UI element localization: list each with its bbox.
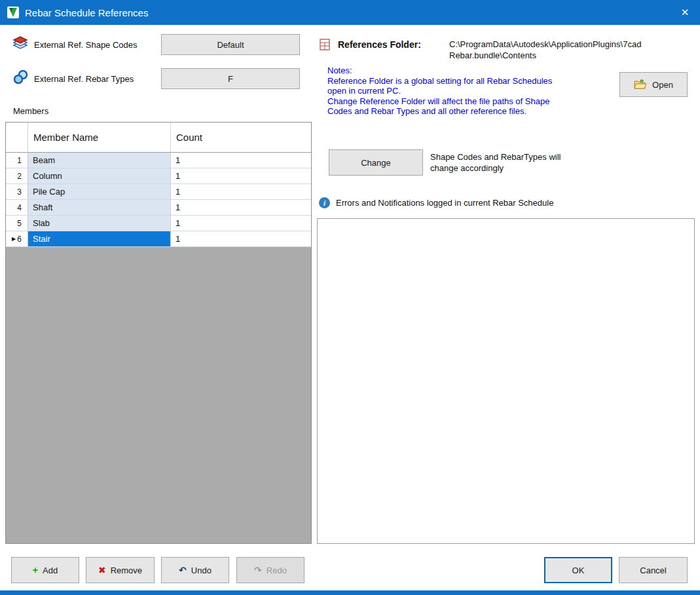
- app-icon: [7, 6, 20, 19]
- count-cell[interactable]: 1: [171, 184, 311, 199]
- redo-button: ↷ Redo: [236, 557, 304, 583]
- ok-button[interactable]: OK: [544, 557, 612, 583]
- row-marker-icon: ▶: [12, 236, 16, 242]
- log-label: Errors and Notifications logged in curre…: [336, 198, 553, 208]
- count-cell[interactable]: 1: [171, 231, 311, 246]
- table-row[interactable]: ▶3 Pile Cap 1: [6, 184, 311, 200]
- redo-icon: ↷: [254, 565, 262, 575]
- open-button-label: Open: [652, 80, 673, 90]
- shape-codes-icon: [12, 36, 29, 50]
- rebar-types-button-label: F: [228, 74, 233, 84]
- table-row[interactable]: ▶1 Beam 1: [6, 153, 311, 168]
- member-name-cell[interactable]: Slab: [28, 216, 171, 231]
- row-number: 3: [17, 187, 22, 197]
- member-name-cell[interactable]: Beam: [28, 153, 171, 168]
- open-button[interactable]: Open: [619, 72, 688, 97]
- change-note-text: Shape Codes and RebarTypes will change a…: [430, 151, 591, 174]
- log-label-row: i Errors and Notifications logged in cur…: [319, 197, 553, 208]
- notes-line-1: Reference Folder is a global setting for…: [327, 76, 558, 96]
- cancel-button-label: Cancel: [640, 566, 666, 575]
- cancel-button[interactable]: Cancel: [619, 557, 688, 583]
- page-title: Rebar Schedule References: [25, 7, 148, 18]
- rebar-schedule-references-dialog: Rebar Schedule References ✕ External Ref…: [0, 0, 700, 595]
- undo-button-label: Undo: [191, 566, 212, 575]
- column-header-count[interactable]: Count: [171, 123, 311, 152]
- references-folder-icon: [320, 39, 331, 50]
- count-cell[interactable]: 1: [171, 200, 311, 215]
- shape-codes-label: External Ref. Shape Codes: [34, 40, 138, 50]
- close-icon: ✕: [681, 7, 690, 18]
- redo-button-label: Redo: [267, 566, 287, 575]
- table-row-selected[interactable]: ▶6 Stair 1: [6, 231, 311, 247]
- rebar-types-button[interactable]: F: [161, 68, 300, 89]
- row-number: 6: [17, 235, 22, 244]
- title-bar: Rebar Schedule References ✕: [0, 0, 700, 25]
- references-folder-label: References Folder:: [338, 39, 421, 50]
- row-number: 4: [17, 203, 22, 212]
- remove-button[interactable]: ✖ Remove: [86, 557, 155, 583]
- table-row[interactable]: ▶5 Slab 1: [6, 216, 311, 231]
- remove-icon: ✖: [98, 565, 106, 575]
- errors-log-panel[interactable]: [317, 218, 695, 544]
- members-label: Members: [13, 106, 48, 116]
- member-name-cell[interactable]: Column: [28, 168, 171, 183]
- table-row[interactable]: ▶4 Shaft 1: [6, 200, 311, 216]
- row-number: 2: [17, 172, 22, 181]
- add-icon: +: [33, 565, 38, 575]
- ok-button-label: OK: [572, 566, 585, 575]
- add-button[interactable]: + Add: [11, 557, 79, 583]
- notes-line-2: Change Reference Folder will affect the …: [327, 96, 558, 117]
- row-number: 1: [17, 156, 22, 165]
- table-row[interactable]: ▶2 Column 1: [6, 168, 311, 184]
- change-button[interactable]: Change: [329, 149, 423, 176]
- count-cell[interactable]: 1: [171, 153, 311, 168]
- shape-codes-button[interactable]: Default: [161, 34, 300, 55]
- members-grid: Member Name Count ▶1 Beam 1 ▶2 Column 1 …: [5, 122, 312, 544]
- count-cell[interactable]: 1: [171, 216, 311, 231]
- member-name-cell[interactable]: Shaft: [28, 200, 171, 215]
- change-button-label: Change: [361, 158, 391, 168]
- remove-button-label: Remove: [111, 566, 142, 575]
- info-icon: i: [319, 197, 330, 208]
- member-name-cell[interactable]: Stair: [28, 231, 171, 246]
- notes-title: Notes:: [327, 66, 558, 76]
- rebar-types-label: External Ref. Rebar Types: [34, 74, 134, 84]
- column-header-member-name[interactable]: Member Name: [28, 123, 171, 152]
- shape-codes-button-label: Default: [217, 40, 244, 50]
- row-header-corner: [6, 123, 28, 152]
- close-button[interactable]: ✕: [670, 0, 700, 25]
- undo-icon: ↶: [179, 565, 187, 575]
- open-folder-icon: [634, 79, 647, 90]
- count-cell[interactable]: 1: [171, 168, 311, 183]
- undo-button[interactable]: ↶ Undo: [161, 557, 229, 583]
- window-bottom-border: [0, 590, 700, 595]
- member-name-cell[interactable]: Pile Cap: [28, 184, 171, 199]
- references-folder-path: C:\ProgramData\Autodesk\ApplicationPlugi…: [449, 39, 649, 61]
- members-grid-header: Member Name Count: [6, 123, 311, 153]
- rebar-types-icon: [12, 69, 29, 85]
- add-button-label: Add: [43, 566, 58, 575]
- row-number: 5: [17, 219, 22, 228]
- notes-text: Notes: Reference Folder is a global sett…: [327, 66, 558, 117]
